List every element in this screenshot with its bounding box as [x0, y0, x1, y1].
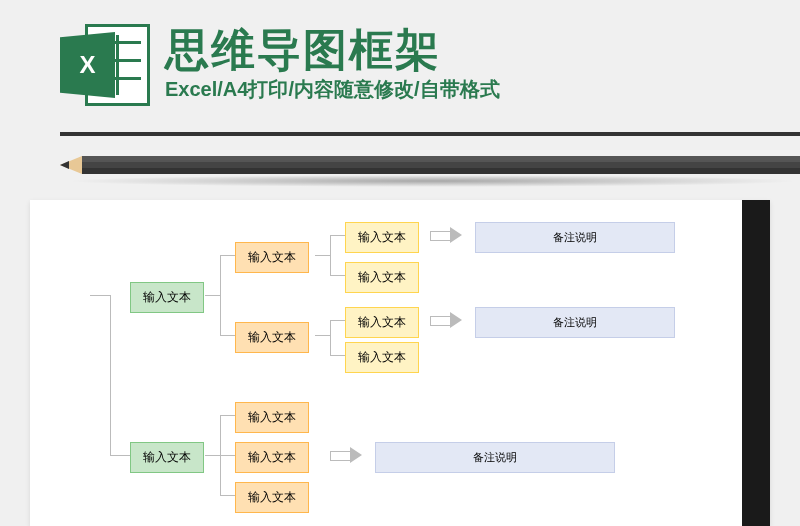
- connector: [220, 335, 235, 336]
- note-c: 备注说明: [375, 442, 615, 473]
- connector: [315, 335, 330, 336]
- note-b: 备注说明: [475, 307, 675, 338]
- connector: [330, 235, 345, 236]
- connector: [330, 275, 345, 276]
- connector: [110, 295, 111, 455]
- connector: [220, 255, 235, 256]
- connector: [110, 455, 130, 456]
- worksheet-preview: 输入文本 输入文本 输入文本 输入文本 输入文本 输入文本 输入文本 输入文本 …: [30, 200, 770, 526]
- title-block: 思维导图框架 Excel/A4打印/内容随意修改/自带格式: [165, 28, 500, 103]
- connector: [330, 320, 345, 321]
- connector: [330, 235, 331, 275]
- excel-icon: X: [60, 20, 150, 110]
- divider-line: [60, 132, 800, 136]
- arrow-icon: [330, 447, 362, 463]
- node-level2-e: 输入文本: [235, 482, 309, 513]
- node-level2-a: 输入文本: [235, 242, 309, 273]
- node-level1-b: 输入文本: [130, 442, 204, 473]
- connector: [220, 415, 235, 416]
- connector: [220, 255, 221, 335]
- subtitle: Excel/A4打印/内容随意修改/自带格式: [165, 76, 500, 103]
- arrow-icon: [430, 227, 462, 243]
- connector: [220, 495, 235, 496]
- node-level2-c: 输入文本: [235, 402, 309, 433]
- main-title: 思维导图框架: [165, 28, 500, 72]
- connector: [90, 295, 110, 296]
- connector: [330, 355, 345, 356]
- arrow-icon: [430, 312, 462, 328]
- node-level3-c: 输入文本: [345, 307, 419, 338]
- excel-icon-letter: X: [60, 32, 115, 98]
- connector: [330, 320, 331, 355]
- node-level2-b: 输入文本: [235, 322, 309, 353]
- node-level1-a: 输入文本: [130, 282, 204, 313]
- node-level3-d: 输入文本: [345, 342, 419, 373]
- connector: [205, 455, 220, 456]
- pencil-graphic: [60, 140, 800, 190]
- connector: [205, 295, 220, 296]
- header: X 思维导图框架 Excel/A4打印/内容随意修改/自带格式: [0, 0, 800, 120]
- note-a: 备注说明: [475, 222, 675, 253]
- node-level3-b: 输入文本: [345, 262, 419, 293]
- node-level2-d: 输入文本: [235, 442, 309, 473]
- connector: [315, 255, 330, 256]
- node-level3-a: 输入文本: [345, 222, 419, 253]
- mindmap-diagram: 输入文本 输入文本 输入文本 输入文本 输入文本 输入文本 输入文本 输入文本 …: [30, 200, 742, 526]
- connector: [220, 455, 235, 456]
